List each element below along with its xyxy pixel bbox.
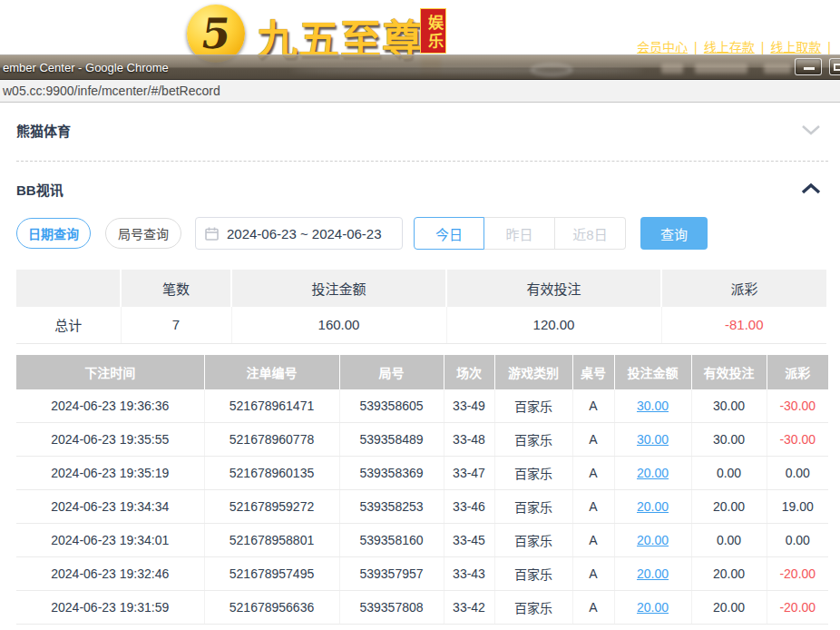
table-no: A xyxy=(572,389,614,423)
game-type: 百家乐 xyxy=(494,457,572,490)
bet-amount: 20.00 xyxy=(614,591,691,625)
nav-link[interactable]: 会员中心 xyxy=(637,40,688,54)
game-type: 百家乐 xyxy=(494,490,572,524)
bet-id: 521678958801 xyxy=(204,524,339,557)
summary-table: 笔数 投注金额 有效投注 派彩 总计 7 160.00 120.00 -81.0… xyxy=(16,270,826,344)
table-row: 2024-06-23 19:35:19521678960135539358369… xyxy=(16,457,828,490)
total-count: 7 xyxy=(121,307,231,343)
session: 33-47 xyxy=(444,457,494,490)
window-title: ember Center - Google Chrome xyxy=(0,61,169,74)
bet-time: 2024-06-23 19:35:55 xyxy=(16,423,204,457)
minimize-icon xyxy=(804,67,815,70)
round-id: 539358160 xyxy=(339,524,444,557)
bet-id: 521678957495 xyxy=(204,557,339,591)
session: 33-48 xyxy=(444,423,494,457)
total-bet: 160.00 xyxy=(231,307,446,343)
search-button[interactable]: 查询 xyxy=(640,217,708,250)
bet-table-header-row: 下注时间注单编号局号场次游戏类别桌号投注金额有效投注派彩 xyxy=(16,355,828,389)
bet-amount-link[interactable]: 20.00 xyxy=(637,533,669,547)
game-type: 百家乐 xyxy=(494,591,572,625)
calendar-icon xyxy=(205,227,219,241)
bet-amount: 30.00 xyxy=(614,389,691,423)
chevron-down-icon[interactable] xyxy=(801,124,821,135)
table-no: A xyxy=(572,457,614,490)
date-range-input[interactable]: 2024-06-23 ~ 2024-06-23 xyxy=(195,217,403,250)
summary-total-row: 总计 7 160.00 120.00 -81.00 xyxy=(16,307,826,343)
section-panda-sports[interactable]: 熊猫体育 xyxy=(16,113,828,146)
nav-separator: | xyxy=(688,40,704,54)
bet-amount-link[interactable]: 20.00 xyxy=(637,566,669,581)
session: 33-42 xyxy=(444,591,494,625)
valid-bet: 20.00 xyxy=(691,557,767,591)
session: 33-45 xyxy=(444,524,494,557)
summary-header-row: 笔数 投注金额 有效投注 派彩 xyxy=(16,270,826,307)
table-no: A xyxy=(572,524,614,557)
bet-amount-link[interactable]: 20.00 xyxy=(637,466,669,480)
total-valid: 120.00 xyxy=(446,307,661,343)
bet-amount: 30.00 xyxy=(614,423,691,457)
bet-id: 521678959272 xyxy=(204,490,339,524)
round-id: 539358253 xyxy=(339,490,444,524)
section-bb-video[interactable]: BB视讯 xyxy=(16,172,828,205)
game-type: 百家乐 xyxy=(494,557,572,591)
valid-bet: 30.00 xyxy=(691,389,767,423)
bet-amount-link[interactable]: 30.00 xyxy=(637,399,669,413)
payout: -20.00 xyxy=(767,557,828,591)
chevron-up-icon[interactable] xyxy=(801,183,821,194)
valid-bet: 20.00 xyxy=(691,591,767,625)
valid-bet: 30.00 xyxy=(691,423,767,457)
total-payout: -81.00 xyxy=(661,307,826,343)
censored-user-info xyxy=(695,64,747,74)
payout: 0.00 xyxy=(767,524,828,557)
maximize-button[interactable] xyxy=(829,58,840,75)
round-id: 539357957 xyxy=(339,557,444,591)
bet-time: 2024-06-23 19:35:19 xyxy=(16,457,204,490)
table-row: 2024-06-23 19:36:36521678961471539358605… xyxy=(16,389,828,423)
bet-amount-link[interactable]: 20.00 xyxy=(637,600,669,615)
payout: -30.00 xyxy=(767,423,828,457)
quick-range-group: 今日 昨日 近8日 xyxy=(414,217,626,250)
table-row: 2024-06-23 19:32:46521678957495539357957… xyxy=(16,557,828,591)
session: 33-43 xyxy=(444,557,494,591)
column-header: 场次 xyxy=(444,355,494,389)
table-row: 2024-06-23 19:35:55521678960778539358489… xyxy=(16,423,828,457)
table-no: A xyxy=(572,557,614,591)
bet-id: 521678956636 xyxy=(204,591,339,625)
today-button[interactable]: 今日 xyxy=(414,217,484,250)
bet-id: 521678961471 xyxy=(204,389,339,423)
section-title: 熊猫体育 xyxy=(16,121,71,140)
payout: -30.00 xyxy=(767,389,828,423)
session: 33-49 xyxy=(444,389,494,423)
round-query-tab[interactable]: 局号查询 xyxy=(105,218,181,249)
game-type: 百家乐 xyxy=(494,389,572,423)
column-header: 局号 xyxy=(339,355,444,389)
bet-time: 2024-06-23 19:34:01 xyxy=(16,524,204,557)
summary-header-valid: 有效投注 xyxy=(446,270,661,307)
bet-id: 521678960778 xyxy=(204,423,339,457)
url-text: w05.cc:9900/infe/mcenter/#/betRecord xyxy=(3,84,220,98)
date-query-tab[interactable]: 日期查询 xyxy=(16,218,91,249)
minimize-button[interactable] xyxy=(795,58,822,75)
nav-link[interactable]: 线上取款 xyxy=(770,40,821,54)
summary-header-count: 笔数 xyxy=(121,270,231,307)
nav-link[interactable]: 线上存款 xyxy=(704,40,755,54)
column-header: 注单编号 xyxy=(204,355,339,389)
valid-bet: 0.00 xyxy=(691,457,767,490)
yesterday-button[interactable]: 昨日 xyxy=(484,217,555,250)
round-id: 539358489 xyxy=(339,423,444,457)
column-header: 桌号 xyxy=(572,355,614,389)
bet-amount-link[interactable]: 30.00 xyxy=(637,432,669,447)
valid-bet: 20.00 xyxy=(691,490,767,524)
nav-separator: | xyxy=(755,40,771,54)
column-header: 有效投注 xyxy=(691,355,767,389)
browser-titlebar[interactable]: ember Center - Google Chrome xyxy=(0,54,840,80)
summary-header-payout: 派彩 xyxy=(661,270,826,307)
date-range-value: 2024-06-23 ~ 2024-06-23 xyxy=(227,226,382,241)
browser-urlbar[interactable]: w05.cc:9900/infe/mcenter/#/betRecord xyxy=(0,80,840,103)
banner-nav: 会员中心 | 线上存款 | 线上取款 | xyxy=(637,37,837,55)
censored-user-info xyxy=(764,64,791,74)
last-8-days-button[interactable]: 近8日 xyxy=(555,217,626,250)
banner-swirl-knot xyxy=(531,64,572,76)
payout: 19.00 xyxy=(767,490,828,524)
bet-amount-link[interactable]: 20.00 xyxy=(637,499,669,514)
